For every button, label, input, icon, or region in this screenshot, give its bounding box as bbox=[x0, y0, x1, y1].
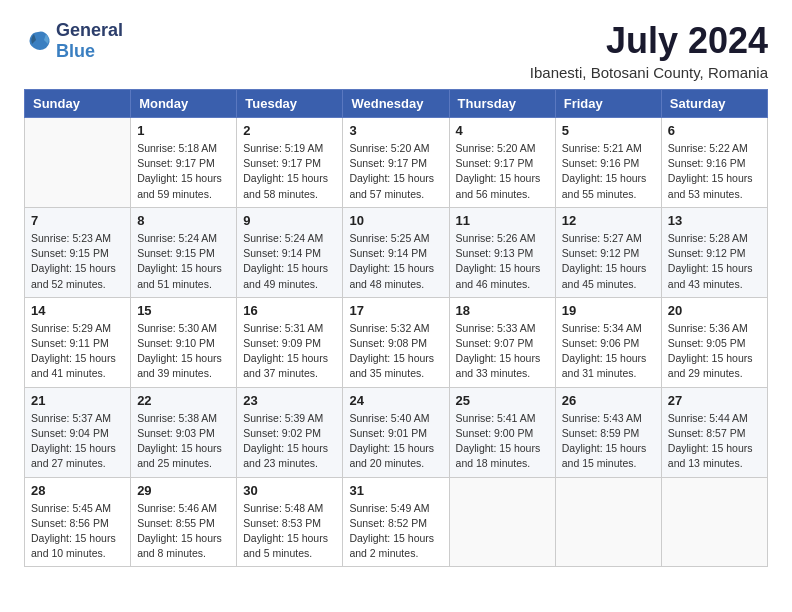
calendar-cell: 20Sunrise: 5:36 AM Sunset: 9:05 PM Dayli… bbox=[661, 297, 767, 387]
day-info: Sunrise: 5:33 AM Sunset: 9:07 PM Dayligh… bbox=[456, 321, 549, 382]
calendar-cell: 5Sunrise: 5:21 AM Sunset: 9:16 PM Daylig… bbox=[555, 118, 661, 208]
day-number: 13 bbox=[668, 213, 761, 228]
calendar-cell: 2Sunrise: 5:19 AM Sunset: 9:17 PM Daylig… bbox=[237, 118, 343, 208]
calendar-cell: 10Sunrise: 5:25 AM Sunset: 9:14 PM Dayli… bbox=[343, 207, 449, 297]
header-day-wednesday: Wednesday bbox=[343, 90, 449, 118]
day-info: Sunrise: 5:41 AM Sunset: 9:00 PM Dayligh… bbox=[456, 411, 549, 472]
day-info: Sunrise: 5:49 AM Sunset: 8:52 PM Dayligh… bbox=[349, 501, 442, 562]
day-number: 24 bbox=[349, 393, 442, 408]
page-header: General Blue July 2024 Ibanesti, Botosan… bbox=[24, 20, 768, 81]
calendar-cell: 1Sunrise: 5:18 AM Sunset: 9:17 PM Daylig… bbox=[131, 118, 237, 208]
day-info: Sunrise: 5:20 AM Sunset: 9:17 PM Dayligh… bbox=[456, 141, 549, 202]
day-number: 6 bbox=[668, 123, 761, 138]
calendar-cell bbox=[25, 118, 131, 208]
header-day-sunday: Sunday bbox=[25, 90, 131, 118]
logo-text: General Blue bbox=[56, 20, 123, 62]
calendar-cell: 8Sunrise: 5:24 AM Sunset: 9:15 PM Daylig… bbox=[131, 207, 237, 297]
calendar-cell: 26Sunrise: 5:43 AM Sunset: 8:59 PM Dayli… bbox=[555, 387, 661, 477]
month-title: July 2024 bbox=[530, 20, 768, 62]
subtitle: Ibanesti, Botosani County, Romania bbox=[530, 64, 768, 81]
calendar-cell: 13Sunrise: 5:28 AM Sunset: 9:12 PM Dayli… bbox=[661, 207, 767, 297]
day-number: 18 bbox=[456, 303, 549, 318]
day-number: 17 bbox=[349, 303, 442, 318]
day-info: Sunrise: 5:24 AM Sunset: 9:14 PM Dayligh… bbox=[243, 231, 336, 292]
logo: General Blue bbox=[24, 20, 123, 62]
day-number: 11 bbox=[456, 213, 549, 228]
day-number: 4 bbox=[456, 123, 549, 138]
day-number: 8 bbox=[137, 213, 230, 228]
calendar-cell: 11Sunrise: 5:26 AM Sunset: 9:13 PM Dayli… bbox=[449, 207, 555, 297]
day-number: 9 bbox=[243, 213, 336, 228]
day-info: Sunrise: 5:34 AM Sunset: 9:06 PM Dayligh… bbox=[562, 321, 655, 382]
day-number: 19 bbox=[562, 303, 655, 318]
day-number: 27 bbox=[668, 393, 761, 408]
calendar-week-5: 28Sunrise: 5:45 AM Sunset: 8:56 PM Dayli… bbox=[25, 477, 768, 567]
day-number: 5 bbox=[562, 123, 655, 138]
day-info: Sunrise: 5:30 AM Sunset: 9:10 PM Dayligh… bbox=[137, 321, 230, 382]
day-number: 15 bbox=[137, 303, 230, 318]
header-day-friday: Friday bbox=[555, 90, 661, 118]
day-info: Sunrise: 5:31 AM Sunset: 9:09 PM Dayligh… bbox=[243, 321, 336, 382]
day-info: Sunrise: 5:39 AM Sunset: 9:02 PM Dayligh… bbox=[243, 411, 336, 472]
logo-blue: Blue bbox=[56, 41, 95, 61]
day-info: Sunrise: 5:32 AM Sunset: 9:08 PM Dayligh… bbox=[349, 321, 442, 382]
calendar-cell: 7Sunrise: 5:23 AM Sunset: 9:15 PM Daylig… bbox=[25, 207, 131, 297]
header-day-monday: Monday bbox=[131, 90, 237, 118]
day-number: 28 bbox=[31, 483, 124, 498]
day-number: 14 bbox=[31, 303, 124, 318]
day-info: Sunrise: 5:29 AM Sunset: 9:11 PM Dayligh… bbox=[31, 321, 124, 382]
day-info: Sunrise: 5:20 AM Sunset: 9:17 PM Dayligh… bbox=[349, 141, 442, 202]
calendar-table: SundayMondayTuesdayWednesdayThursdayFrid… bbox=[24, 89, 768, 567]
day-number: 7 bbox=[31, 213, 124, 228]
calendar-cell: 30Sunrise: 5:48 AM Sunset: 8:53 PM Dayli… bbox=[237, 477, 343, 567]
day-number: 25 bbox=[456, 393, 549, 408]
calendar-cell bbox=[555, 477, 661, 567]
header-day-tuesday: Tuesday bbox=[237, 90, 343, 118]
day-info: Sunrise: 5:28 AM Sunset: 9:12 PM Dayligh… bbox=[668, 231, 761, 292]
header-day-thursday: Thursday bbox=[449, 90, 555, 118]
calendar-cell bbox=[449, 477, 555, 567]
day-info: Sunrise: 5:46 AM Sunset: 8:55 PM Dayligh… bbox=[137, 501, 230, 562]
calendar-cell: 16Sunrise: 5:31 AM Sunset: 9:09 PM Dayli… bbox=[237, 297, 343, 387]
calendar-cell: 25Sunrise: 5:41 AM Sunset: 9:00 PM Dayli… bbox=[449, 387, 555, 477]
day-info: Sunrise: 5:26 AM Sunset: 9:13 PM Dayligh… bbox=[456, 231, 549, 292]
calendar-cell: 17Sunrise: 5:32 AM Sunset: 9:08 PM Dayli… bbox=[343, 297, 449, 387]
day-number: 26 bbox=[562, 393, 655, 408]
calendar-cell: 19Sunrise: 5:34 AM Sunset: 9:06 PM Dayli… bbox=[555, 297, 661, 387]
day-number: 16 bbox=[243, 303, 336, 318]
day-info: Sunrise: 5:27 AM Sunset: 9:12 PM Dayligh… bbox=[562, 231, 655, 292]
day-number: 10 bbox=[349, 213, 442, 228]
calendar-cell: 12Sunrise: 5:27 AM Sunset: 9:12 PM Dayli… bbox=[555, 207, 661, 297]
day-info: Sunrise: 5:36 AM Sunset: 9:05 PM Dayligh… bbox=[668, 321, 761, 382]
day-number: 22 bbox=[137, 393, 230, 408]
logo-general: General bbox=[56, 20, 123, 40]
day-info: Sunrise: 5:43 AM Sunset: 8:59 PM Dayligh… bbox=[562, 411, 655, 472]
day-info: Sunrise: 5:18 AM Sunset: 9:17 PM Dayligh… bbox=[137, 141, 230, 202]
day-number: 30 bbox=[243, 483, 336, 498]
header-day-saturday: Saturday bbox=[661, 90, 767, 118]
logo-icon bbox=[24, 30, 52, 52]
calendar-week-1: 1Sunrise: 5:18 AM Sunset: 9:17 PM Daylig… bbox=[25, 118, 768, 208]
calendar-cell: 6Sunrise: 5:22 AM Sunset: 9:16 PM Daylig… bbox=[661, 118, 767, 208]
day-number: 23 bbox=[243, 393, 336, 408]
calendar-cell: 21Sunrise: 5:37 AM Sunset: 9:04 PM Dayli… bbox=[25, 387, 131, 477]
day-number: 21 bbox=[31, 393, 124, 408]
calendar-header-row: SundayMondayTuesdayWednesdayThursdayFrid… bbox=[25, 90, 768, 118]
calendar-cell: 28Sunrise: 5:45 AM Sunset: 8:56 PM Dayli… bbox=[25, 477, 131, 567]
day-info: Sunrise: 5:40 AM Sunset: 9:01 PM Dayligh… bbox=[349, 411, 442, 472]
calendar-cell: 9Sunrise: 5:24 AM Sunset: 9:14 PM Daylig… bbox=[237, 207, 343, 297]
calendar-cell: 22Sunrise: 5:38 AM Sunset: 9:03 PM Dayli… bbox=[131, 387, 237, 477]
calendar-cell bbox=[661, 477, 767, 567]
day-number: 2 bbox=[243, 123, 336, 138]
day-info: Sunrise: 5:19 AM Sunset: 9:17 PM Dayligh… bbox=[243, 141, 336, 202]
calendar-cell: 15Sunrise: 5:30 AM Sunset: 9:10 PM Dayli… bbox=[131, 297, 237, 387]
day-number: 12 bbox=[562, 213, 655, 228]
day-number: 31 bbox=[349, 483, 442, 498]
calendar-cell: 29Sunrise: 5:46 AM Sunset: 8:55 PM Dayli… bbox=[131, 477, 237, 567]
day-info: Sunrise: 5:24 AM Sunset: 9:15 PM Dayligh… bbox=[137, 231, 230, 292]
calendar-cell: 4Sunrise: 5:20 AM Sunset: 9:17 PM Daylig… bbox=[449, 118, 555, 208]
day-info: Sunrise: 5:48 AM Sunset: 8:53 PM Dayligh… bbox=[243, 501, 336, 562]
day-info: Sunrise: 5:21 AM Sunset: 9:16 PM Dayligh… bbox=[562, 141, 655, 202]
day-number: 29 bbox=[137, 483, 230, 498]
day-info: Sunrise: 5:44 AM Sunset: 8:57 PM Dayligh… bbox=[668, 411, 761, 472]
